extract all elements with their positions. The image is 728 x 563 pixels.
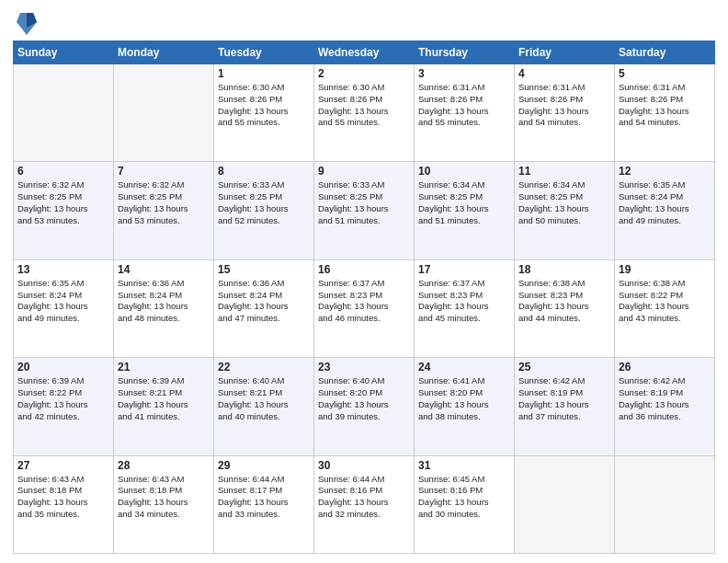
day-number: 20 bbox=[17, 361, 109, 373]
calendar-cell: 9Sunrise: 6:33 AM Sunset: 8:25 PM Daylig… bbox=[314, 162, 415, 259]
calendar-cell bbox=[114, 64, 214, 162]
weekday-header-thursday: Thursday bbox=[415, 41, 515, 64]
calendar-cell: 25Sunrise: 6:42 AM Sunset: 8:19 PM Dayli… bbox=[515, 358, 615, 455]
day-number: 25 bbox=[518, 361, 610, 373]
calendar-week-row: 20Sunrise: 6:39 AM Sunset: 8:22 PM Dayli… bbox=[14, 358, 715, 455]
calendar-cell: 2Sunrise: 6:30 AM Sunset: 8:26 PM Daylig… bbox=[314, 64, 415, 162]
logo bbox=[13, 9, 37, 35]
calendar-cell: 3Sunrise: 6:31 AM Sunset: 8:26 PM Daylig… bbox=[415, 64, 515, 162]
calendar-week-row: 1Sunrise: 6:30 AM Sunset: 8:26 PM Daylig… bbox=[14, 64, 715, 162]
day-info: Sunrise: 6:31 AM Sunset: 8:26 PM Dayligh… bbox=[619, 82, 711, 129]
calendar-cell bbox=[515, 455, 615, 553]
day-info: Sunrise: 6:35 AM Sunset: 8:24 PM Dayligh… bbox=[17, 278, 109, 325]
calendar-cell: 10Sunrise: 6:34 AM Sunset: 8:25 PM Dayli… bbox=[415, 162, 515, 259]
day-info: Sunrise: 6:31 AM Sunset: 8:26 PM Dayligh… bbox=[418, 82, 510, 129]
calendar-cell: 18Sunrise: 6:38 AM Sunset: 8:23 PM Dayli… bbox=[515, 259, 615, 357]
day-number: 15 bbox=[218, 263, 310, 276]
day-info: Sunrise: 6:34 AM Sunset: 8:25 PM Dayligh… bbox=[518, 179, 610, 226]
day-number: 8 bbox=[218, 165, 310, 178]
day-number: 18 bbox=[518, 263, 610, 276]
calendar-cell: 13Sunrise: 6:35 AM Sunset: 8:24 PM Dayli… bbox=[14, 259, 114, 357]
day-number: 21 bbox=[118, 361, 210, 373]
calendar-cell: 22Sunrise: 6:40 AM Sunset: 8:21 PM Dayli… bbox=[214, 358, 314, 455]
calendar-cell: 27Sunrise: 6:43 AM Sunset: 8:18 PM Dayli… bbox=[14, 455, 114, 553]
calendar-cell: 29Sunrise: 6:44 AM Sunset: 8:17 PM Dayli… bbox=[214, 455, 314, 553]
day-info: Sunrise: 6:43 AM Sunset: 8:18 PM Dayligh… bbox=[17, 474, 109, 521]
day-info: Sunrise: 6:34 AM Sunset: 8:25 PM Dayligh… bbox=[418, 179, 510, 226]
calendar-cell: 19Sunrise: 6:38 AM Sunset: 8:22 PM Dayli… bbox=[615, 259, 715, 357]
day-info: Sunrise: 6:32 AM Sunset: 8:25 PM Dayligh… bbox=[17, 179, 109, 226]
calendar-cell: 17Sunrise: 6:37 AM Sunset: 8:23 PM Dayli… bbox=[415, 259, 515, 357]
day-info: Sunrise: 6:45 AM Sunset: 8:16 PM Dayligh… bbox=[418, 474, 510, 521]
calendar-week-row: 6Sunrise: 6:32 AM Sunset: 8:25 PM Daylig… bbox=[14, 162, 715, 259]
calendar-cell: 4Sunrise: 6:31 AM Sunset: 8:26 PM Daylig… bbox=[515, 64, 615, 162]
day-info: Sunrise: 6:44 AM Sunset: 8:17 PM Dayligh… bbox=[218, 474, 310, 521]
day-number: 5 bbox=[619, 67, 711, 80]
day-number: 2 bbox=[318, 67, 410, 80]
day-number: 26 bbox=[619, 361, 711, 373]
day-number: 3 bbox=[418, 67, 510, 80]
day-info: Sunrise: 6:44 AM Sunset: 8:16 PM Dayligh… bbox=[318, 474, 410, 521]
day-info: Sunrise: 6:30 AM Sunset: 8:26 PM Dayligh… bbox=[318, 82, 410, 129]
day-number: 19 bbox=[619, 263, 711, 276]
day-number: 29 bbox=[218, 459, 310, 472]
day-info: Sunrise: 6:39 AM Sunset: 8:22 PM Dayligh… bbox=[17, 375, 109, 422]
weekday-header-wednesday: Wednesday bbox=[314, 41, 415, 64]
day-info: Sunrise: 6:35 AM Sunset: 8:24 PM Dayligh… bbox=[619, 179, 711, 226]
day-info: Sunrise: 6:33 AM Sunset: 8:25 PM Dayligh… bbox=[318, 179, 410, 226]
calendar-cell: 6Sunrise: 6:32 AM Sunset: 8:25 PM Daylig… bbox=[14, 162, 114, 259]
day-info: Sunrise: 6:37 AM Sunset: 8:23 PM Dayligh… bbox=[418, 278, 510, 325]
day-info: Sunrise: 6:38 AM Sunset: 8:22 PM Dayligh… bbox=[619, 278, 711, 325]
logo-icon bbox=[17, 9, 37, 35]
weekday-header-monday: Monday bbox=[114, 41, 214, 64]
calendar-cell: 28Sunrise: 6:43 AM Sunset: 8:18 PM Dayli… bbox=[114, 455, 214, 553]
calendar-cell: 16Sunrise: 6:37 AM Sunset: 8:23 PM Dayli… bbox=[314, 259, 415, 357]
weekday-header-friday: Friday bbox=[515, 41, 615, 64]
day-number: 24 bbox=[418, 361, 510, 373]
day-number: 16 bbox=[318, 263, 410, 276]
calendar-cell: 30Sunrise: 6:44 AM Sunset: 8:16 PM Dayli… bbox=[314, 455, 415, 553]
page: SundayMondayTuesdayWednesdayThursdayFrid… bbox=[0, 0, 728, 563]
calendar-cell: 23Sunrise: 6:40 AM Sunset: 8:20 PM Dayli… bbox=[314, 358, 415, 455]
calendar-cell: 5Sunrise: 6:31 AM Sunset: 8:26 PM Daylig… bbox=[615, 64, 715, 162]
weekday-header-sunday: Sunday bbox=[14, 41, 114, 64]
day-info: Sunrise: 6:37 AM Sunset: 8:23 PM Dayligh… bbox=[318, 278, 410, 325]
calendar-cell: 7Sunrise: 6:32 AM Sunset: 8:25 PM Daylig… bbox=[114, 162, 214, 259]
weekday-header-saturday: Saturday bbox=[615, 41, 715, 64]
day-number: 27 bbox=[17, 459, 109, 472]
day-number: 10 bbox=[418, 165, 510, 178]
header bbox=[13, 9, 715, 35]
day-number: 1 bbox=[218, 67, 310, 80]
calendar-cell: 26Sunrise: 6:42 AM Sunset: 8:19 PM Dayli… bbox=[615, 358, 715, 455]
day-number: 7 bbox=[118, 165, 210, 178]
calendar-cell: 1Sunrise: 6:30 AM Sunset: 8:26 PM Daylig… bbox=[214, 64, 314, 162]
calendar-cell: 31Sunrise: 6:45 AM Sunset: 8:16 PM Dayli… bbox=[415, 455, 515, 553]
day-number: 31 bbox=[418, 459, 510, 472]
calendar-cell: 8Sunrise: 6:33 AM Sunset: 8:25 PM Daylig… bbox=[214, 162, 314, 259]
calendar-cell: 11Sunrise: 6:34 AM Sunset: 8:25 PM Dayli… bbox=[515, 162, 615, 259]
day-info: Sunrise: 6:33 AM Sunset: 8:25 PM Dayligh… bbox=[218, 179, 310, 226]
day-number: 6 bbox=[17, 165, 109, 178]
day-info: Sunrise: 6:42 AM Sunset: 8:19 PM Dayligh… bbox=[518, 375, 610, 422]
day-info: Sunrise: 6:42 AM Sunset: 8:19 PM Dayligh… bbox=[619, 375, 711, 422]
calendar-cell bbox=[615, 455, 715, 553]
day-number: 13 bbox=[17, 263, 109, 276]
day-number: 17 bbox=[418, 263, 510, 276]
day-info: Sunrise: 6:38 AM Sunset: 8:23 PM Dayligh… bbox=[518, 278, 610, 325]
day-info: Sunrise: 6:36 AM Sunset: 8:24 PM Dayligh… bbox=[118, 278, 210, 325]
day-info: Sunrise: 6:31 AM Sunset: 8:26 PM Dayligh… bbox=[518, 82, 610, 129]
day-info: Sunrise: 6:40 AM Sunset: 8:21 PM Dayligh… bbox=[218, 375, 310, 422]
calendar-cell: 14Sunrise: 6:36 AM Sunset: 8:24 PM Dayli… bbox=[114, 259, 214, 357]
day-number: 30 bbox=[318, 459, 410, 472]
calendar-cell: 12Sunrise: 6:35 AM Sunset: 8:24 PM Dayli… bbox=[615, 162, 715, 259]
calendar-table: SundayMondayTuesdayWednesdayThursdayFrid… bbox=[13, 40, 715, 554]
calendar-cell: 24Sunrise: 6:41 AM Sunset: 8:20 PM Dayli… bbox=[415, 358, 515, 455]
day-info: Sunrise: 6:32 AM Sunset: 8:25 PM Dayligh… bbox=[118, 179, 210, 226]
day-number: 4 bbox=[518, 67, 610, 80]
day-info: Sunrise: 6:36 AM Sunset: 8:24 PM Dayligh… bbox=[218, 278, 310, 325]
day-info: Sunrise: 6:43 AM Sunset: 8:18 PM Dayligh… bbox=[118, 474, 210, 521]
calendar-week-row: 27Sunrise: 6:43 AM Sunset: 8:18 PM Dayli… bbox=[14, 455, 715, 553]
day-info: Sunrise: 6:30 AM Sunset: 8:26 PM Dayligh… bbox=[218, 82, 310, 129]
day-info: Sunrise: 6:39 AM Sunset: 8:21 PM Dayligh… bbox=[118, 375, 210, 422]
day-number: 22 bbox=[218, 361, 310, 373]
